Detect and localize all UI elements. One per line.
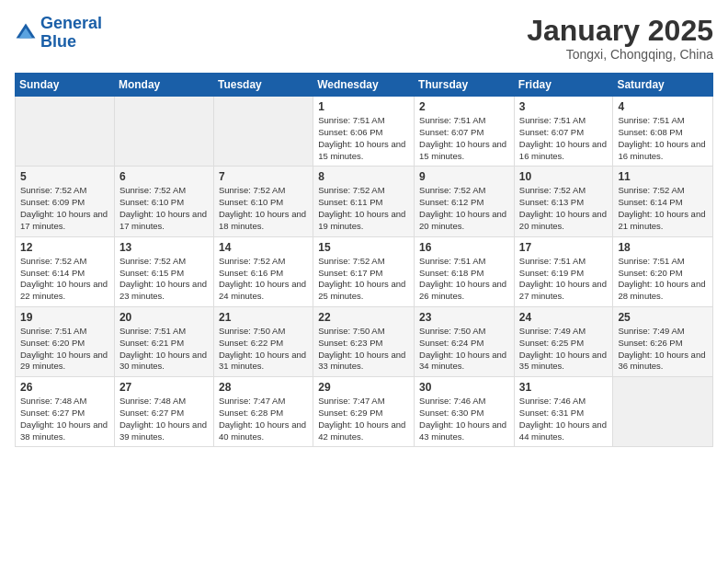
day-number: 7 xyxy=(219,170,308,183)
calendar-cell: 12Sunrise: 7:52 AMSunset: 6:14 PMDayligh… xyxy=(16,236,115,306)
day-info: Sunrise: 7:50 AMSunset: 6:23 PMDaylight:… xyxy=(318,326,409,373)
day-info: Sunrise: 7:51 AMSunset: 6:20 PMDaylight:… xyxy=(618,256,708,303)
calendar-cell: 2Sunrise: 7:51 AMSunset: 6:07 PMDaylight… xyxy=(415,97,515,167)
day-info: Sunrise: 7:51 AMSunset: 6:08 PMDaylight:… xyxy=(618,115,708,162)
weekday-header: Saturday xyxy=(613,74,713,97)
weekday-header: Tuesday xyxy=(213,74,313,97)
day-info: Sunrise: 7:51 AMSunset: 6:20 PMDaylight:… xyxy=(20,326,109,373)
day-number: 13 xyxy=(119,241,209,254)
day-info: Sunrise: 7:52 AMSunset: 6:10 PMDaylight:… xyxy=(119,185,209,232)
logo-line1: General xyxy=(40,14,102,32)
page-header: General Blue January 2025 Tongxi, Chongq… xyxy=(15,15,713,62)
day-number: 28 xyxy=(219,381,308,394)
weekday-header: Monday xyxy=(114,74,213,97)
day-number: 17 xyxy=(519,241,609,254)
calendar-cell: 5Sunrise: 7:52 AMSunset: 6:09 PMDaylight… xyxy=(16,167,115,236)
day-info: Sunrise: 7:49 AMSunset: 6:26 PMDaylight:… xyxy=(618,326,708,373)
calendar-week-row: 5Sunrise: 7:52 AMSunset: 6:09 PMDaylight… xyxy=(16,167,713,236)
day-info: Sunrise: 7:46 AMSunset: 6:30 PMDaylight:… xyxy=(419,396,509,442)
day-number: 16 xyxy=(419,241,509,254)
day-number: 30 xyxy=(419,381,509,394)
calendar-cell: 14Sunrise: 7:52 AMSunset: 6:16 PMDayligh… xyxy=(213,236,313,306)
day-number: 10 xyxy=(519,170,609,183)
day-info: Sunrise: 7:48 AMSunset: 6:27 PMDaylight:… xyxy=(20,396,109,442)
day-info: Sunrise: 7:48 AMSunset: 6:27 PMDaylight:… xyxy=(119,396,209,442)
calendar-cell: 26Sunrise: 7:48 AMSunset: 6:27 PMDayligh… xyxy=(16,377,115,447)
day-number: 24 xyxy=(519,311,609,324)
day-number: 29 xyxy=(318,381,409,394)
calendar-week-row: 12Sunrise: 7:52 AMSunset: 6:14 PMDayligh… xyxy=(16,236,713,306)
day-info: Sunrise: 7:52 AMSunset: 6:14 PMDaylight:… xyxy=(20,256,109,303)
calendar-week-row: 26Sunrise: 7:48 AMSunset: 6:27 PMDayligh… xyxy=(16,377,713,447)
day-number: 25 xyxy=(618,311,708,324)
calendar-cell xyxy=(213,97,313,167)
calendar-cell: 30Sunrise: 7:46 AMSunset: 6:30 PMDayligh… xyxy=(415,377,515,447)
day-info: Sunrise: 7:51 AMSunset: 6:07 PMDaylight:… xyxy=(519,115,609,162)
day-info: Sunrise: 7:52 AMSunset: 6:11 PMDaylight:… xyxy=(318,185,409,232)
day-info: Sunrise: 7:46 AMSunset: 6:31 PMDaylight:… xyxy=(519,396,609,442)
day-info: Sunrise: 7:52 AMSunset: 6:12 PMDaylight:… xyxy=(419,185,509,232)
day-number: 27 xyxy=(119,381,209,394)
location: Tongxi, Chongqing, China xyxy=(527,47,713,62)
day-number: 9 xyxy=(419,170,509,183)
day-info: Sunrise: 7:52 AMSunset: 6:10 PMDaylight:… xyxy=(219,185,308,232)
calendar-cell: 7Sunrise: 7:52 AMSunset: 6:10 PMDaylight… xyxy=(213,167,313,236)
calendar-cell: 10Sunrise: 7:52 AMSunset: 6:13 PMDayligh… xyxy=(514,167,613,236)
logo-icon xyxy=(15,22,37,44)
calendar-cell: 15Sunrise: 7:52 AMSunset: 6:17 PMDayligh… xyxy=(313,236,415,306)
title-block: January 2025 Tongxi, Chongqing, China xyxy=(527,15,713,62)
weekday-header: Friday xyxy=(514,74,613,97)
calendar-cell xyxy=(613,377,713,447)
day-info: Sunrise: 7:51 AMSunset: 6:07 PMDaylight:… xyxy=(419,115,509,162)
calendar-cell: 4Sunrise: 7:51 AMSunset: 6:08 PMDaylight… xyxy=(613,97,713,167)
day-number: 4 xyxy=(618,100,708,113)
calendar-cell: 8Sunrise: 7:52 AMSunset: 6:11 PMDaylight… xyxy=(313,167,415,236)
day-number: 20 xyxy=(119,311,209,324)
day-number: 23 xyxy=(419,311,509,324)
calendar-cell xyxy=(114,97,213,167)
day-info: Sunrise: 7:52 AMSunset: 6:17 PMDaylight:… xyxy=(318,256,409,303)
calendar-cell: 23Sunrise: 7:50 AMSunset: 6:24 PMDayligh… xyxy=(415,306,515,376)
day-info: Sunrise: 7:52 AMSunset: 6:13 PMDaylight:… xyxy=(519,185,609,232)
day-info: Sunrise: 7:49 AMSunset: 6:25 PMDaylight:… xyxy=(519,326,609,373)
calendar-cell: 22Sunrise: 7:50 AMSunset: 6:23 PMDayligh… xyxy=(313,306,415,376)
day-info: Sunrise: 7:50 AMSunset: 6:24 PMDaylight:… xyxy=(419,326,509,373)
calendar-header-row: SundayMondayTuesdayWednesdayThursdayFrid… xyxy=(16,74,713,97)
day-number: 14 xyxy=(219,241,308,254)
calendar-cell xyxy=(16,97,115,167)
day-info: Sunrise: 7:50 AMSunset: 6:22 PMDaylight:… xyxy=(219,326,308,373)
weekday-header: Wednesday xyxy=(313,74,415,97)
day-info: Sunrise: 7:51 AMSunset: 6:21 PMDaylight:… xyxy=(119,326,209,373)
calendar-cell: 29Sunrise: 7:47 AMSunset: 6:29 PMDayligh… xyxy=(313,377,415,447)
logo-text: General Blue xyxy=(40,15,102,52)
day-number: 8 xyxy=(318,170,409,183)
day-info: Sunrise: 7:52 AMSunset: 6:14 PMDaylight:… xyxy=(618,185,708,232)
calendar: SundayMondayTuesdayWednesdayThursdayFrid… xyxy=(15,73,713,447)
calendar-cell: 16Sunrise: 7:51 AMSunset: 6:18 PMDayligh… xyxy=(415,236,515,306)
calendar-cell: 20Sunrise: 7:51 AMSunset: 6:21 PMDayligh… xyxy=(114,306,213,376)
calendar-cell: 1Sunrise: 7:51 AMSunset: 6:06 PMDaylight… xyxy=(313,97,415,167)
day-info: Sunrise: 7:52 AMSunset: 6:16 PMDaylight:… xyxy=(219,256,308,303)
calendar-cell: 24Sunrise: 7:49 AMSunset: 6:25 PMDayligh… xyxy=(514,306,613,376)
day-number: 6 xyxy=(119,170,209,183)
calendar-cell: 3Sunrise: 7:51 AMSunset: 6:07 PMDaylight… xyxy=(514,97,613,167)
calendar-cell: 21Sunrise: 7:50 AMSunset: 6:22 PMDayligh… xyxy=(213,306,313,376)
day-number: 26 xyxy=(20,381,109,394)
day-info: Sunrise: 7:52 AMSunset: 6:09 PMDaylight:… xyxy=(20,185,109,232)
day-info: Sunrise: 7:51 AMSunset: 6:19 PMDaylight:… xyxy=(519,256,609,303)
day-number: 2 xyxy=(419,100,509,113)
calendar-cell: 19Sunrise: 7:51 AMSunset: 6:20 PMDayligh… xyxy=(16,306,115,376)
calendar-cell: 6Sunrise: 7:52 AMSunset: 6:10 PMDaylight… xyxy=(114,167,213,236)
calendar-cell: 27Sunrise: 7:48 AMSunset: 6:27 PMDayligh… xyxy=(114,377,213,447)
day-number: 11 xyxy=(618,170,708,183)
calendar-cell: 18Sunrise: 7:51 AMSunset: 6:20 PMDayligh… xyxy=(613,236,713,306)
calendar-week-row: 1Sunrise: 7:51 AMSunset: 6:06 PMDaylight… xyxy=(16,97,713,167)
calendar-cell: 9Sunrise: 7:52 AMSunset: 6:12 PMDaylight… xyxy=(415,167,515,236)
day-info: Sunrise: 7:47 AMSunset: 6:28 PMDaylight:… xyxy=(219,396,308,442)
day-number: 19 xyxy=(20,311,109,324)
calendar-cell: 31Sunrise: 7:46 AMSunset: 6:31 PMDayligh… xyxy=(514,377,613,447)
day-number: 31 xyxy=(519,381,609,394)
day-info: Sunrise: 7:47 AMSunset: 6:29 PMDaylight:… xyxy=(318,396,409,442)
day-info: Sunrise: 7:52 AMSunset: 6:15 PMDaylight:… xyxy=(119,256,209,303)
calendar-cell: 17Sunrise: 7:51 AMSunset: 6:19 PMDayligh… xyxy=(514,236,613,306)
